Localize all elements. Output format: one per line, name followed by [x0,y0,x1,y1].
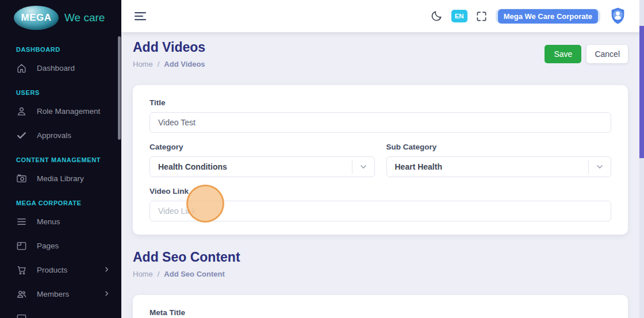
user-icon [16,106,27,117]
language-badge[interactable]: EN [451,10,467,22]
tenant-button-label: Mega We Care Corporate [498,9,598,24]
sidebar-item-label: Products [37,266,94,274]
category-selected-value: Health Conditions [158,162,352,171]
sidebar-item-label: Members [37,290,94,298]
main-content: Add Videos Home / Add Videos Save Cancel… [121,32,644,318]
sidebar-item-pages[interactable]: Pages [0,233,121,258]
breadcrumb-separator: / [158,60,160,68]
page-scrollbar-thumb[interactable] [639,26,644,158]
chevron-right-icon [103,290,110,298]
subcategory-selected-value: Heart Health [395,162,589,171]
sidebar-item-label: Menus [37,217,110,226]
tenant-button[interactable]: Mega We Care Corporate [496,9,600,24]
sidebar: MEGA We care DASHBOARD Dashboard USERS R… [0,0,121,318]
brand-logo[interactable]: MEGA We care [0,0,121,36]
sidebar-scrollbar-thumb[interactable] [118,36,121,140]
chevron-down-icon [352,163,374,171]
title-label: Title [150,98,611,107]
fullscreen-icon[interactable] [476,11,487,22]
subcategory-select[interactable]: Heart Health [386,156,612,177]
section-label-content-management: CONTENT MANAGEMENT [0,155,121,164]
clipped-icon [16,313,27,318]
sidebar-item-label: Pages [37,242,110,250]
seo-breadcrumb: Home / Add Seo Content [133,270,240,278]
seo-section-title: Add Seo Content [133,250,240,265]
sidebar-nav: DASHBOARD Dashboard USERS Role Managemen… [0,36,121,318]
sidebar-item-menus[interactable]: Menus [0,209,121,233]
save-button[interactable]: Save [545,45,581,63]
sidebar-item-label: Approvals [37,131,110,140]
logo-text: MEGA [21,12,52,24]
section-label-mega-corporate: MEGA CORPORATE [0,198,121,208]
sidebar-item-label: Role Management [37,107,110,116]
camera-icon [16,173,27,184]
topbar-right-cluster: EN Mega We Care Corporate [430,7,627,26]
sidebar-item-label: Dashboard [37,64,110,72]
menu-lines-icon [16,216,27,227]
category-label: Category [150,143,375,151]
breadcrumb-home-link[interactable]: Home [133,60,153,68]
breadcrumb-current: Add Videos [164,60,205,68]
video-link-label: Video Link [150,187,611,196]
breadcrumb-home-link[interactable]: Home [133,270,153,278]
chevron-down-icon [589,163,611,171]
sidebar-item-products[interactable]: Products [0,258,121,282]
category-select[interactable]: Health Conditions [150,156,375,177]
home-icon [16,63,27,74]
sidebar-item-approvals[interactable]: Approvals [0,123,121,147]
video-form-card: Title Category Health Conditions Sub Cat… [133,85,628,235]
breadcrumb-separator: / [158,270,160,278]
sidebar-item-label: Media Library [37,174,110,183]
breadcrumb-current: Add Seo Content [164,270,224,278]
cancel-button[interactable]: Cancel [586,45,628,63]
topbar: EN Mega We Care Corporate [121,0,644,32]
users-icon [16,289,27,300]
page-actions: Save Cancel [545,45,628,63]
sidebar-item-role-management[interactable]: Role Management [0,99,121,123]
avatar-shield-icon[interactable] [609,7,627,26]
subcategory-label: Sub Category [386,143,612,151]
seo-form-card: Meta Title [133,295,628,318]
section-label-dashboard: DASHBOARD [0,45,121,54]
seo-section-header: Add Seo Content Home / Add Seo Content [133,250,628,278]
mega-logo-icon: MEGA [14,6,59,30]
menu-toggle-icon[interactable] [134,10,148,22]
cart-icon [16,265,27,275]
meta-title-label: Meta Title [150,308,611,317]
chevron-right-icon [103,266,110,274]
logo-tagline: We care [64,12,105,24]
sidebar-item-media-library[interactable]: Media Library [0,166,121,190]
title-input[interactable] [150,112,611,133]
sidebar-item-members[interactable]: Members [0,282,121,306]
page-title: Add Videos [133,40,205,55]
moon-icon[interactable] [430,10,443,22]
sidebar-item-clipped[interactable] [0,306,121,318]
breadcrumb: Home / Add Videos [133,60,205,68]
layout-icon [16,240,27,251]
section-label-users: USERS [0,88,121,97]
check-icon [16,130,27,141]
sidebar-item-dashboard[interactable]: Dashboard [0,56,121,80]
video-link-input[interactable] [150,201,611,221]
page-header: Add Videos Home / Add Videos Save Cancel [133,40,628,68]
